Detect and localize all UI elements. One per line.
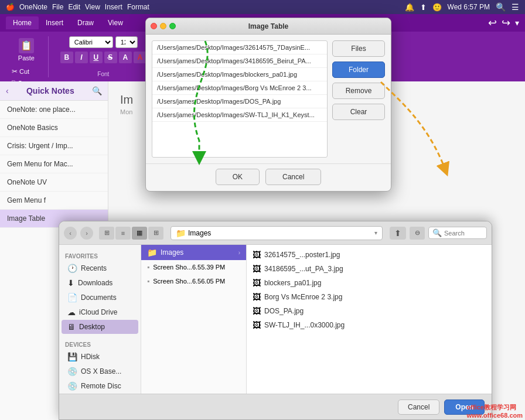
itd-list-item-5[interactable]: /Users/james/Desktop/Images/SW-TLJ_IH_K1…	[152, 108, 327, 122]
apple-icon[interactable]: 🍎	[6, 3, 15, 11]
menu-mac-icon[interactable]: ☰	[512, 2, 519, 12]
share-mac-icon[interactable]: ⬆	[420, 3, 427, 12]
folder-images-icon: 📁	[147, 248, 157, 257]
files-button[interactable]: Files	[332, 40, 385, 57]
notification-icon[interactable]: 🔔	[405, 3, 414, 12]
osx-icon: 💿	[67, 367, 77, 376]
fd-share-btn[interactable]: ⬆	[390, 227, 406, 240]
note-item-1[interactable]: OneNote Basics	[0, 119, 108, 137]
view-menu-mac[interactable]: View	[85, 3, 100, 11]
customize-btn[interactable]: ▾	[515, 18, 519, 28]
note-item-5[interactable]: Gem Menu f	[0, 192, 108, 210]
sidebar-item-icloud-label: iCloud Drive	[79, 308, 117, 316]
ok-button[interactable]: OK	[216, 169, 260, 185]
sidebar-item-desktop[interactable]: 🖥 Desktop	[62, 320, 138, 334]
notes-search-button[interactable]: 🔍	[92, 86, 102, 95]
fd-action-btn[interactable]: ⊖	[410, 227, 425, 240]
itd-list-item-2[interactable]: /Users/james/Desktop/Images/blockers_pa0…	[152, 68, 327, 81]
fd-cancel-button[interactable]: Cancel	[398, 399, 439, 415]
italic-button[interactable]: I	[75, 52, 88, 63]
fd-folder-screenshot2[interactable]: ▪ Screen Sho...6.56.05 PM	[141, 274, 246, 288]
highlight-button[interactable]: A	[119, 52, 132, 63]
traffic-lights	[151, 23, 176, 29]
note-item-3[interactable]: Gem Menu for Mac...	[0, 155, 108, 173]
undo-btn[interactable]: ↩	[488, 16, 497, 29]
content-title: Im	[120, 93, 133, 106]
fd-folder-images[interactable]: 📁 Images ›	[141, 245, 246, 260]
sidebar-item-remote-disc[interactable]: 💿 Remote Disc	[62, 379, 138, 393]
sidebar-item-recents[interactable]: 🕐 Recents	[62, 261, 138, 275]
strikethrough-button[interactable]: S̶	[104, 52, 117, 63]
tab-insert[interactable]: Insert	[39, 16, 70, 29]
remove-button[interactable]: Remove	[332, 83, 385, 99]
insert-menu[interactable]: Insert	[105, 3, 122, 11]
fd-view-list[interactable]: ≡	[115, 227, 131, 240]
folder-button[interactable]: Folder	[332, 62, 385, 78]
downloads-icon: ⬇	[67, 278, 74, 288]
fd-location-bar: 📁 Images ▾	[171, 226, 383, 240]
note-item-4[interactable]: OneNote UV	[0, 173, 108, 192]
itd-list-item-3[interactable]: /Users/james/Desktop/Images/Borg Vs McEn…	[152, 81, 327, 95]
fd-view-icon[interactable]: ⊞	[99, 227, 114, 240]
fd-view-column[interactable]: ▦	[132, 227, 147, 240]
itd-footer: OK Cancel	[146, 163, 391, 191]
cancel-button-itd[interactable]: Cancel	[265, 169, 321, 185]
minimize-button[interactable]	[160, 23, 166, 29]
note-item-0[interactable]: OneNote: one place...	[0, 101, 108, 119]
fd-file-3[interactable]: 🖼 Borg Vs McEnroe 2 3.jpg	[247, 290, 492, 304]
itd-list-item-0[interactable]: /Users/james/Desktop/Images/32614575_7Da…	[152, 41, 327, 54]
redo-btn[interactable]: ↪	[502, 16, 510, 29]
tab-draw[interactable]: Draw	[70, 16, 101, 29]
itd-title: Image Table	[248, 22, 288, 30]
fd-search-box: 🔍	[428, 227, 487, 239]
sidebar-item-documents-label: Documents	[81, 293, 117, 302]
close-button[interactable]	[151, 23, 157, 29]
file-dialog-toolbar: ‹ › ⊞ ≡ ▦ ⊞ 📁 Images ▾ ⬆ ⊖ 🔍	[59, 221, 492, 245]
sidebar-item-osx[interactable]: 💿 OS X Base...	[62, 364, 138, 378]
sidebar-item-downloads[interactable]: ⬇ Downloads	[62, 276, 138, 290]
fd-file-1[interactable]: 🖼 34186595_...ut_PA_3.jpg	[247, 262, 492, 276]
tab-view[interactable]: View	[101, 16, 130, 29]
mac-time: Wed 6:57 PM	[448, 3, 490, 11]
fd-forward-btn[interactable]: ›	[80, 227, 93, 240]
fd-file-5[interactable]: 🖼 SW-TLJ_IH_...0x3000.jpg	[247, 318, 492, 332]
itd-list-item-4[interactable]: /Users/james/Desktop/Images/DOS_PA.jpg	[152, 95, 327, 108]
edit-menu[interactable]: Edit	[68, 3, 80, 11]
itd-list-item-1[interactable]: /Users/james/Desktop/Images/34186595_Bei…	[152, 54, 327, 68]
color-button[interactable]: A	[134, 52, 146, 63]
fd-view-cover[interactable]: ⊞	[148, 227, 163, 240]
file-dialog-footer: Cancel Open	[59, 394, 492, 419]
fullscreen-button[interactable]	[169, 23, 176, 29]
cut-button[interactable]: ✂ Cut	[9, 66, 43, 77]
file-5-icon: 🖼	[253, 320, 261, 330]
sidebar-item-hdisk[interactable]: 💾 HDisk	[62, 350, 138, 364]
bold-button[interactable]: B	[60, 52, 73, 63]
file-menu[interactable]: File	[52, 3, 63, 11]
paste-button[interactable]: 📋 Paste	[15, 36, 38, 63]
notes-back-button[interactable]: ‹	[6, 86, 9, 95]
tab-home[interactable]: Home	[6, 16, 39, 29]
fd-folder-arrow: ›	[238, 250, 240, 256]
sidebar-item-icloud[interactable]: ☁ iCloud Drive	[62, 305, 138, 319]
icloud-icon: ☁	[67, 308, 76, 317]
fd-file-2[interactable]: 🖼 blockers_pa01.jpg	[247, 276, 492, 290]
fd-file-0[interactable]: 🖼 32614575_...poster1.jpg	[247, 248, 492, 262]
hdisk-icon: 💾	[67, 352, 77, 361]
remote-disc-icon: 💿	[67, 381, 77, 391]
underline-button[interactable]: U	[90, 52, 103, 63]
search-mac-icon[interactable]: 🔍	[496, 2, 506, 12]
clear-button[interactable]: Clear	[332, 104, 385, 120]
fd-file-4-name: DOS_PA.jpg	[264, 307, 304, 315]
recents-icon: 🕐	[67, 264, 77, 273]
fd-location-chevron[interactable]: ▾	[374, 230, 377, 236]
note-item-2[interactable]: Crisis: Urgent / Imp...	[0, 137, 108, 155]
sidebar-item-documents[interactable]: 📄 Documents	[62, 291, 138, 305]
format-menu[interactable]: Format	[127, 3, 149, 11]
font-size-select[interactable]: 12	[115, 36, 138, 48]
fd-file-4[interactable]: 🖼 DOS_PA.jpg	[247, 304, 492, 318]
font-family-select[interactable]: Calibri	[69, 36, 113, 48]
fd-back-btn[interactable]: ‹	[64, 227, 77, 240]
fd-folder-screenshot1[interactable]: ▪ Screen Sho...6.55.39 PM	[141, 260, 246, 274]
fd-search-input[interactable]	[444, 230, 485, 237]
fd-file-1-name: 34186595_...ut_PA_3.jpg	[264, 265, 343, 273]
